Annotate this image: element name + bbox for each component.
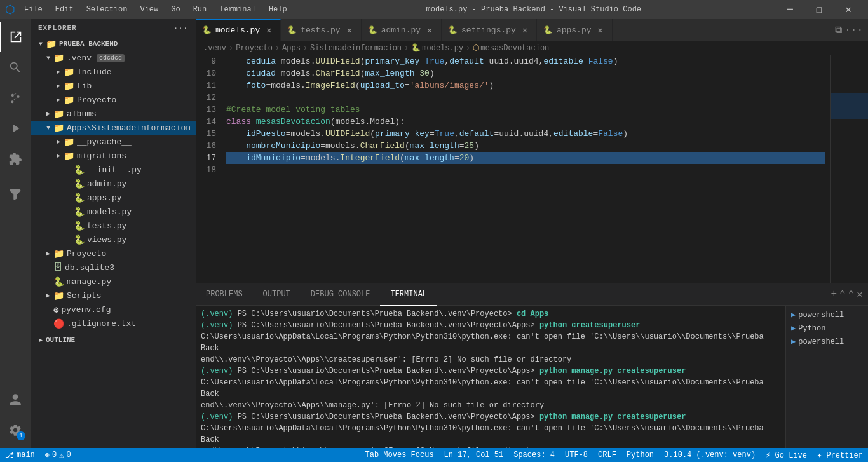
status-position[interactable]: Ln 17, Col 51 xyxy=(439,448,509,462)
menu-terminal[interactable]: Terminal xyxy=(214,4,261,15)
menu-view[interactable]: View xyxy=(135,4,163,15)
status-eol[interactable]: CRLF xyxy=(593,448,621,462)
panel-tab-terminal[interactable]: TERMINAL xyxy=(380,283,437,306)
code-content[interactable]: cedula=models.UUIDField(primary_key=True… xyxy=(221,55,830,283)
admin-tab-close[interactable]: ✕ xyxy=(424,25,435,35)
tree-item-tests[interactable]: ▶ 🐍 tests.py xyxy=(31,219,196,233)
extensions-activity-icon[interactable] xyxy=(0,144,31,174)
minimize-button[interactable]: ─ xyxy=(775,0,804,19)
menu-bar: File Edit Selection View Go Run Terminal… xyxy=(19,4,292,15)
tree-item-models[interactable]: ▶ 🐍 models.py xyxy=(31,205,196,219)
search-activity-icon[interactable] xyxy=(0,52,31,83)
tree-item-pycache[interactable]: ▶ 📁 __pycache__ xyxy=(31,135,196,149)
models-tab-close[interactable]: ✕ xyxy=(264,25,274,36)
sidebar: EXPLORER ··· ▼ 📁 PRUEBA BACKEND ▼ 📁 .ven… xyxy=(31,19,196,448)
terminal-entry-powershell-1[interactable]: ▶ powershell xyxy=(786,308,868,322)
tree-item-scripts[interactable]: ▶ 📁 Scripts xyxy=(31,289,196,302)
menu-file[interactable]: File xyxy=(19,4,48,15)
tree-item-pyvenv[interactable]: ▶ ⚙ pyvenv.cfg xyxy=(31,302,196,316)
apps-tab-close[interactable]: ✕ xyxy=(595,25,606,35)
panel-split-icon[interactable]: ⌃ xyxy=(839,288,846,301)
tree-item-gitignore[interactable]: ▶ 🔴 .gitignore.txt xyxy=(31,316,196,330)
outline-section[interactable]: ▶ OUTLINE xyxy=(31,333,196,347)
sidebar-content[interactable]: ▼ 📁 PRUEBA BACKEND ▼ 📁 .venv cdcdcd ▶ 📁 … xyxy=(31,37,196,448)
panel-close-icon[interactable]: ✕ xyxy=(857,288,863,301)
terminal-entry-powershell-2[interactable]: ▶ powershell xyxy=(786,335,868,348)
tab-settings[interactable]: 🐍 settings.py ✕ xyxy=(442,19,537,41)
line-num-11: 11 xyxy=(201,79,216,92)
settings-activity-icon[interactable]: 1 xyxy=(0,415,31,445)
tree-item-manage[interactable]: ▶ 🐍 manage.py xyxy=(31,275,196,289)
tests-tab-close[interactable]: ✕ xyxy=(344,25,355,35)
tree-item-apps[interactable]: ▶ 🐍 apps.py xyxy=(31,191,196,205)
settings-tab-close[interactable]: ✕ xyxy=(520,25,530,35)
status-git-branch[interactable]: ⎇ main xyxy=(0,448,40,462)
breadcrumb-venv[interactable]: .venv xyxy=(203,44,226,53)
terminal-line-7: end\\.venv\\Proyecto\\Apps\\manage.py': … xyxy=(201,400,780,411)
status-language[interactable]: Python xyxy=(621,448,659,462)
status-errors[interactable]: ⊗ 0 ⚠ 0 xyxy=(40,448,76,462)
tree-item-albums[interactable]: ▶ 📁 albums xyxy=(31,107,196,121)
tree-item-lib[interactable]: ▶ 📁 Lib xyxy=(31,79,196,93)
tree-root[interactable]: ▼ 📁 PRUEBA BACKEND xyxy=(31,37,196,51)
breadcrumb-apps[interactable]: Apps xyxy=(282,44,301,53)
tabs-more-icon[interactable]: ··· xyxy=(844,24,863,36)
menu-go[interactable]: Go xyxy=(166,4,185,15)
explorer-activity-icon[interactable] xyxy=(0,22,31,52)
tree-item-views[interactable]: ▶ 🐍 views.py xyxy=(31,233,196,247)
panel-tab-output[interactable]: OUTPUT xyxy=(253,283,301,306)
panel-tab-problems[interactable]: PROBLEMS xyxy=(196,283,253,306)
menu-help[interactable]: Help xyxy=(264,4,292,15)
account-activity-icon[interactable] xyxy=(0,384,31,415)
tree-item-init[interactable]: ▶ 🐍 __init__.py xyxy=(31,163,196,177)
sidebar-more-icon[interactable]: ··· xyxy=(173,24,188,32)
breadcrumb-sep-5: › xyxy=(466,44,470,53)
breadcrumb-class[interactable]: ⬡mesasDevotacion xyxy=(473,43,549,53)
breadcrumb-proyecto[interactable]: Proyecto xyxy=(236,44,273,53)
terminal-output[interactable]: (.venv) PS C:\Users\usuario\Documents\Pr… xyxy=(196,306,785,448)
breadcrumb-sistema[interactable]: Sistemadeinformacion xyxy=(310,44,402,53)
panel-tab-debug[interactable]: DEBUG CONSOLE xyxy=(301,283,381,306)
tree-item-apps-sistema[interactable]: ▼ 📁 Apps\Sistemadeinformacion xyxy=(31,121,196,135)
tree-item-migrations[interactable]: ▶ 📁 migrations xyxy=(31,149,196,163)
tree-item-admin[interactable]: ▶ 🐍 admin.py xyxy=(31,177,196,191)
menu-run[interactable]: Run xyxy=(188,4,212,15)
maximize-button[interactable]: ❐ xyxy=(804,0,834,19)
split-editor-icon[interactable]: ⧉ xyxy=(835,24,842,36)
tree-item-proyecto-top[interactable]: ▶ 📁 Proyecto xyxy=(31,93,196,107)
source-control-activity-icon[interactable] xyxy=(0,83,31,113)
breadcrumb-models[interactable]: 🐍models.py xyxy=(411,43,463,53)
tab-tests[interactable]: 🐍 tests.py ✕ xyxy=(281,19,361,41)
scripts-arrow: ▶ xyxy=(43,292,53,299)
tree-item-venv[interactable]: ▼ 📁 .venv cdcdcd xyxy=(31,51,196,65)
panel-add-icon[interactable]: + xyxy=(831,289,837,300)
status-golive[interactable]: ⚡ Go Live xyxy=(761,448,812,462)
panel-up-icon[interactable]: ⌃ xyxy=(848,288,855,301)
terminal-entry-python[interactable]: ▶ Python xyxy=(786,322,868,335)
tree-item-include[interactable]: ▶ 📁 Include xyxy=(31,65,196,79)
tab-apps[interactable]: 🐍 apps.py ✕ xyxy=(537,19,613,41)
test-activity-icon[interactable] xyxy=(0,179,31,210)
tree-item-db[interactable]: ▶ 🗄 db.sqlite3 xyxy=(31,261,196,275)
code-line-12 xyxy=(226,92,825,104)
terminal-python-icon: ▶ xyxy=(791,323,796,333)
status-encoding[interactable]: UTF-8 xyxy=(560,448,593,462)
tests-label: tests.py xyxy=(87,221,126,231)
code-editor[interactable]: 9 10 11 12 13 14 15 16 17 18 cedula=mode… xyxy=(196,55,868,283)
status-tab-moves[interactable]: Tab Moves Focus xyxy=(360,448,439,462)
status-prettier[interactable]: ✦ Prettier xyxy=(812,448,868,462)
panel-content: (.venv) PS C:\Users\usuario\Documents\Pr… xyxy=(196,306,868,448)
menu-selection[interactable]: Selection xyxy=(81,4,133,15)
venv-badge: cdcdcd xyxy=(97,54,125,62)
lib-label: Lib xyxy=(77,81,92,91)
status-spaces[interactable]: Spaces: 4 xyxy=(508,448,560,462)
pyvenv-label: pyvenv.cfg xyxy=(61,305,111,315)
run-debug-activity-icon[interactable] xyxy=(0,113,31,144)
tree-item-proyecto-main[interactable]: ▶ 📁 Proyecto xyxy=(31,247,196,261)
close-button[interactable]: ✕ xyxy=(834,0,863,19)
tab-models[interactable]: 🐍 models.py ✕ xyxy=(196,19,281,41)
status-version[interactable]: 3.10.4 (.venv: venv) xyxy=(659,448,761,462)
tab-admin[interactable]: 🐍 admin.py ✕ xyxy=(362,19,442,41)
code-line-9: cedula=models.UUIDField(primary_key=True… xyxy=(226,55,825,67)
menu-edit[interactable]: Edit xyxy=(50,4,79,15)
